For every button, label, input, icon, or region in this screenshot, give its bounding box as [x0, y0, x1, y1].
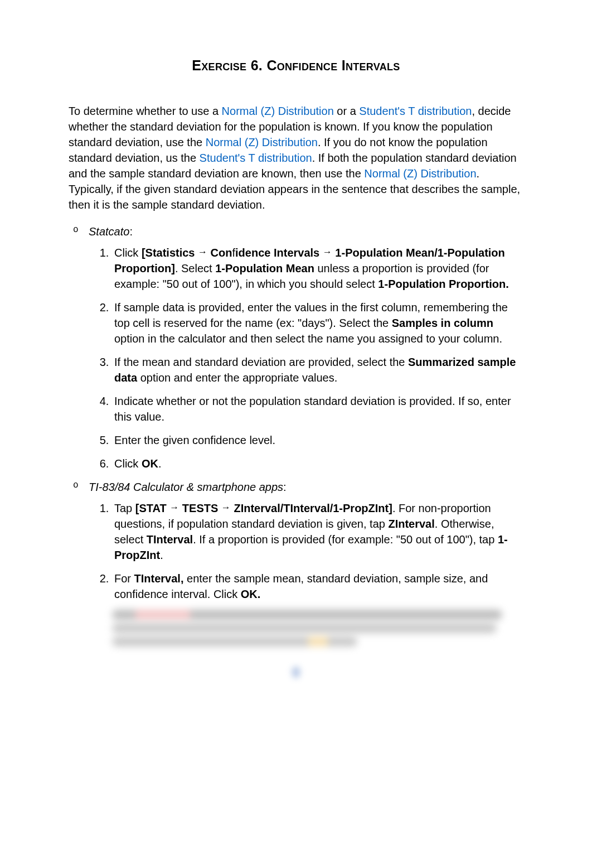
step-text: Tap [114, 502, 135, 514]
option-name: TInterval [147, 533, 193, 546]
ti-label: TI-83/84 Calculator & smartphone apps [89, 481, 283, 493]
statcato-step-1: Click [Statistics → Confidence Intervals… [112, 245, 523, 292]
blurred-line [112, 623, 497, 633]
menu-path: ZInterval/TInterval/1-PropZInt] [231, 502, 392, 514]
ti-step-1: Tap [STAT → TESTS → ZInterval/TInterval/… [112, 500, 523, 563]
statcato-step-6: Click OK. [112, 456, 523, 471]
step-text: . Select [175, 262, 215, 274]
intro-text: or a [334, 105, 360, 117]
title-part-2: Confidence [266, 57, 337, 73]
title-part-3: Intervals [337, 57, 400, 73]
intro-paragraph: To determine whether to use a Normal (Z)… [69, 103, 523, 213]
blurred-line [112, 636, 357, 647]
step-text: option in the calculator and then select… [114, 332, 502, 345]
option-name: Samples in column [392, 317, 493, 329]
blurred-preview [112, 610, 523, 647]
step-text: If the mean and standard deviation are p… [114, 356, 408, 368]
option-name: 1-Population Mean [215, 262, 314, 274]
title-number: 6. [246, 57, 266, 73]
title-part-1: Exercise [192, 57, 246, 73]
blurred-page-number [292, 667, 300, 678]
statcato-steps: Click [Statistics → Confidence Intervals… [89, 245, 523, 471]
step-text: option and enter the appropriate values. [137, 372, 337, 384]
normal-z-link-3[interactable]: Normal (Z) Distribution [364, 167, 476, 180]
option-name: 1-Population Proportion. [378, 278, 508, 290]
step-text: Click [114, 457, 142, 470]
tool-list: Statcato: Click [Statistics → Confidence… [69, 224, 523, 647]
students-t-link-1[interactable]: Student's T distribution [359, 105, 472, 117]
menu-path: Con [207, 247, 232, 259]
students-t-link-2[interactable]: Student's T distribution [200, 152, 312, 164]
statcato-step-4: Indicate whether or not the population s… [112, 393, 523, 425]
arrow-icon: → [198, 247, 207, 257]
colon: : [129, 225, 133, 238]
statcato-section: Statcato: Click [Statistics → Confidence… [89, 224, 523, 471]
menu-path: [STAT [135, 502, 169, 514]
ok-label: OK. [241, 588, 261, 600]
ti-calculator-section: TI-83/84 Calculator & smartphone apps: T… [89, 479, 523, 647]
menu-path: idence Intervals [235, 247, 323, 259]
statcato-label: Statcato [89, 225, 129, 238]
menu-path: TESTS [179, 502, 221, 514]
normal-z-link-2[interactable]: Normal (Z) Distribution [206, 136, 318, 148]
intro-text: To determine whether to use a [69, 105, 222, 117]
step-text: . If a proportion is provided (for examp… [193, 533, 498, 546]
statcato-step-5: Enter the given confidence level. [112, 432, 523, 448]
statcato-step-3: If the mean and standard deviation are p… [112, 354, 523, 385]
step-text: . [158, 457, 162, 470]
step-text: Click [114, 247, 142, 259]
option-name: TInterval, [134, 572, 184, 585]
step-text: For [114, 572, 134, 585]
arrow-icon: → [169, 502, 179, 513]
normal-z-link-1[interactable]: Normal (Z) Distribution [222, 105, 334, 117]
arrow-icon: → [221, 502, 231, 513]
blurred-line [112, 610, 502, 620]
arrow-icon: → [323, 247, 332, 257]
step-text: . [160, 549, 163, 561]
ti-step-2: For TInterval, enter the sample mean, st… [112, 571, 523, 602]
colon: : [283, 481, 287, 493]
statcato-step-2: If sample data is provided, enter the va… [112, 300, 523, 346]
option-name: ZInterval [388, 518, 434, 530]
menu-path: [Statistics [142, 247, 198, 259]
page-title: Exercise 6. Confidence Intervals [69, 56, 523, 75]
ok-label: OK [142, 457, 158, 470]
ti-steps: Tap [STAT → TESTS → ZInterval/TInterval/… [89, 500, 523, 602]
document-page: Exercise 6. Confidence Intervals To dete… [0, 0, 592, 711]
